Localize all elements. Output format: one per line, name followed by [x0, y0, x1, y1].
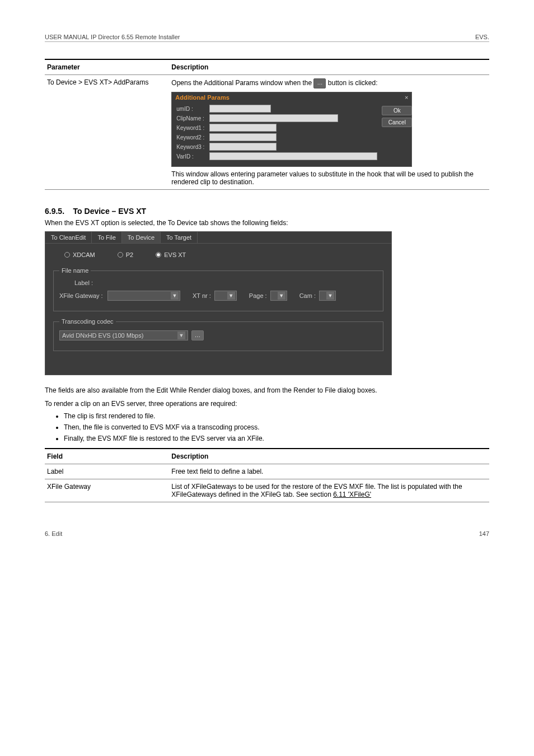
- radio-p2[interactable]: P2: [118, 251, 133, 258]
- clipname-label: ClipName :: [176, 115, 207, 122]
- codec-dropdown[interactable]: Avid DNxHD EVS (100 Mbps) ▼: [59, 330, 188, 340]
- section-intro: When the EVS XT option is selected, the …: [45, 219, 489, 227]
- varid-input[interactable]: [209, 152, 377, 160]
- params-desc-before: Opens the Additional Params window when …: [171, 79, 313, 87]
- dialog-title: Additional Params: [175, 94, 229, 101]
- ellipsis-icon: …: [313, 78, 326, 88]
- fields-th-desc: Description: [169, 449, 489, 464]
- page-label: Page :: [249, 292, 267, 299]
- fields-row-xfile-desc: List of XFileGateways to be used for the…: [169, 479, 489, 502]
- tab-to-target[interactable]: To Target: [161, 232, 198, 243]
- fields-xfile-desc-text: List of XFileGateways to be used for the…: [171, 483, 462, 498]
- radio-evs-xt[interactable]: EVS XT: [156, 251, 186, 258]
- bullet-list: The clip is first rendered to file. Then…: [64, 412, 489, 442]
- radio-p2-label: P2: [126, 251, 133, 258]
- fields-row-label: Label: [45, 464, 169, 479]
- xtnr-dropdown[interactable]: ▼: [214, 291, 237, 301]
- varid-label: VarID :: [176, 153, 207, 160]
- filename-group: File name Label : XFile Gateway : ▼ XT n…: [53, 267, 383, 311]
- radio-xdcam-label: XDCAM: [73, 251, 95, 258]
- chevron-down-icon: ▼: [326, 292, 334, 300]
- radio-xdcam[interactable]: XDCAM: [64, 251, 95, 258]
- ok-button[interactable]: Ok: [382, 106, 412, 115]
- xfile-dropdown[interactable]: ▼: [107, 291, 180, 301]
- list-item: Finally, the EVS MXF file is restored to…: [64, 435, 489, 442]
- tab-to-file[interactable]: To File: [92, 232, 121, 243]
- radio-icon: [156, 252, 161, 258]
- label-label: Label :: [59, 279, 93, 286]
- section-title: To Device – EVS XT: [73, 207, 146, 216]
- params-desc-after: button is clicked:: [328, 79, 378, 87]
- params-after-dialog-text: This window allows entering parameter va…: [171, 170, 487, 186]
- keyword3-label: Keyword3 :: [176, 144, 207, 150]
- cancel-button[interactable]: Cancel: [382, 118, 412, 127]
- cam-label: Cam :: [299, 292, 316, 299]
- chevron-down-icon: ▼: [177, 332, 185, 339]
- radio-icon: [118, 252, 123, 258]
- list-item: Then, the file is converted to EVS MXF v…: [64, 423, 489, 431]
- keyword2-label: Keyword2 :: [176, 134, 207, 141]
- section-number: 6.9.5.: [45, 207, 64, 216]
- params-th-parameter: Parameter: [45, 59, 169, 75]
- chevron-down-icon: ▼: [278, 292, 285, 300]
- params-row-desc: Opens the Additional Params window when …: [169, 75, 489, 190]
- see-link[interactable]: 6.11 'XFileG': [333, 491, 371, 498]
- params-table: Parameter Description To Device > EVS XT…: [45, 59, 489, 190]
- fields-row-xfile: XFile Gateway: [45, 479, 169, 502]
- chevron-down-icon: ▼: [171, 292, 179, 300]
- cam-dropdown[interactable]: ▼: [319, 291, 336, 301]
- params-row-param: To Device > EVS XT> AddParams: [45, 75, 169, 190]
- codec-group: Transcoding codec Avid DNxHD EVS (100 Mb…: [53, 318, 383, 351]
- params-th-description: Description: [169, 59, 489, 75]
- umid-label: umID :: [176, 106, 207, 112]
- keyword3-input[interactable]: [209, 143, 277, 151]
- tab-to-device[interactable]: To Device: [122, 232, 161, 243]
- keyword2-input[interactable]: [209, 133, 277, 141]
- keyword1-input[interactable]: [209, 124, 277, 132]
- codec-ellipsis-button[interactable]: …: [191, 330, 204, 340]
- additional-params-dialog: Additional Params × umID : ClipName :: [171, 92, 412, 167]
- to-device-screenshot: To CleanEdit To File To Device To Target…: [45, 231, 392, 375]
- clipname-input[interactable]: [209, 114, 338, 122]
- header-right: EVS.: [475, 34, 489, 40]
- radio-evsxt-label: EVS XT: [164, 251, 186, 258]
- radio-icon: [64, 252, 70, 258]
- bullet-intro: To render a clip on an EVS server, three…: [45, 400, 489, 408]
- tab-to-cleanedit[interactable]: To CleanEdit: [45, 232, 92, 243]
- umid-input[interactable]: [209, 105, 271, 113]
- keyword1-label: Keyword1 :: [176, 125, 207, 131]
- codec-value: Avid DNxHD EVS (100 Mbps): [62, 332, 174, 339]
- page-dropdown[interactable]: ▼: [270, 291, 287, 301]
- filename-legend: File name: [59, 267, 91, 274]
- xtnr-label: XT nr :: [193, 292, 211, 299]
- after-shot-text: The fields are also available from the E…: [45, 386, 489, 394]
- header-left: USER MANUAL IP Director 6.55 Remote Inst…: [45, 34, 180, 40]
- codec-legend: Transcoding codec: [59, 318, 116, 325]
- chevron-down-icon: ▼: [227, 292, 235, 300]
- xfile-label: XFile Gateway :: [59, 292, 104, 299]
- close-icon[interactable]: ×: [405, 94, 408, 101]
- fields-th-field: Field: [45, 449, 169, 464]
- list-item: The clip is first rendered to file.: [64, 412, 489, 420]
- footer-left: 6. Edit: [45, 530, 62, 537]
- footer-right: 147: [479, 530, 489, 537]
- fields-row-label-desc: Free text field to define a label.: [169, 464, 489, 479]
- fields-table: Field Description Label Free text field …: [45, 448, 489, 502]
